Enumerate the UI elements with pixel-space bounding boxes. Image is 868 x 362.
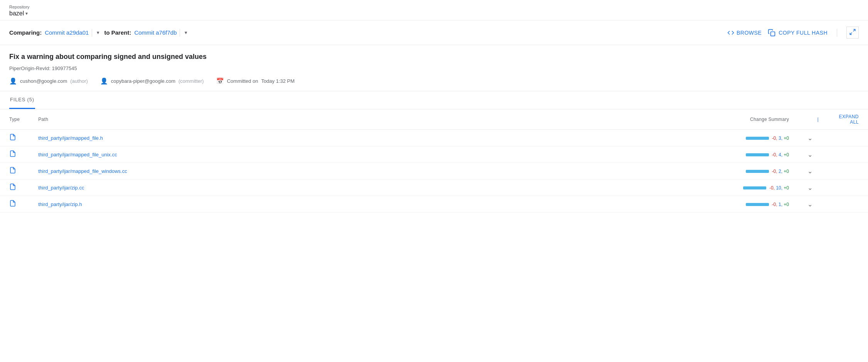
col-expand-all: | [798,109,822,130]
files-table: Type Path Change Summary | EXPAND ALL th… [0,109,868,213]
change-plus: +0 [784,169,789,174]
file-link[interactable]: third_party/ijar/mapped_file_unix.cc [38,152,117,158]
author-role: (author) [70,78,88,84]
expand-row-button[interactable]: ⌄ [807,184,812,191]
fullscreen-button[interactable] [846,27,859,39]
change-minus: -0, [769,185,775,191]
committed-meta: 📅 Committed on Today 1:32 PM [216,77,295,85]
file-type-cell [0,130,29,146]
commit-from-dropdown[interactable]: ▾ [95,29,101,36]
change-neutral: 2, [779,169,782,174]
col-expand-all-label[interactable]: EXPAND ALL [822,109,868,130]
file-path-cell: third_party/ijar/mapped_file.h [29,130,510,146]
change-plus: +0 [784,185,789,191]
expand-row-cell: ⌄ [798,130,822,146]
committer-meta: 👤 copybara-piper@google.com (committer) [100,77,204,85]
separator-1 [92,29,92,37]
committed-time: Today 1:32 PM [261,78,295,84]
file-type-cell [0,196,29,213]
file-icon [9,185,16,191]
tab-files[interactable]: FILES (5) [9,91,35,109]
change-nums: -0, 10, +0 [769,185,789,191]
change-nums: -0, 4, +0 [772,152,789,158]
repo-name: bazel [9,10,24,17]
copy-hash-button[interactable]: COPY FULL HASH [768,29,828,37]
file-type-cell [0,146,29,163]
file-link[interactable]: third_party/ijar/mapped_file_windows.cc [38,168,127,174]
col-path: Path [29,109,510,130]
copy-icon [768,29,775,37]
svg-line-1 [853,29,855,31]
file-icon [9,135,16,142]
file-path-cell: third_party/ijar/mapped_file_unix.cc [29,146,510,163]
author-meta: 👤 cushon@google.com (author) [9,77,88,85]
committer-email: copybara-piper@google.com [111,78,175,84]
commit-meta: 👤 cushon@google.com (author) 👤 copybara-… [9,77,859,85]
commit-title: Fix a warning about comparing signed and… [9,53,859,61]
commit-info: Fix a warning about comparing signed and… [0,45,868,91]
change-summary-cell: -0, 3, +0 [510,130,798,146]
files-tab: FILES (5) [0,91,868,109]
change-bar [746,170,769,173]
expand-row-button[interactable]: ⌄ [807,168,812,175]
committed-label: Committed on [227,78,258,84]
separator-2 [180,29,180,37]
comparing-label: Comparing: [9,29,42,36]
top-bar: Repository bazel ▾ [0,0,868,20]
svg-line-2 [850,33,852,35]
repo-dropdown-icon[interactable]: ▾ [25,11,28,16]
file-path-cell: third_party/ijar/zip.cc [29,179,510,196]
change-summary-cell: -0, 1, +0 [510,196,798,213]
file-link[interactable]: third_party/ijar/zip.h [38,201,82,207]
separator-3 [837,29,837,37]
commit-from-link[interactable]: Commit a29da01 [45,29,89,36]
browse-button[interactable]: BROWSE [727,29,762,36]
change-bar [746,153,769,156]
change-nums: -0, 1, +0 [772,202,789,207]
change-bar [743,186,766,189]
file-link[interactable]: third_party/ijar/zip.cc [38,185,84,191]
col-change-summary: Change Summary [510,109,798,130]
change-summary-cell: -0, 10, +0 [510,179,798,196]
file-icon [9,168,16,175]
file-link[interactable]: third_party/ijar/mapped_file.h [38,135,103,141]
change-bar [746,203,769,206]
right-actions: BROWSE COPY FULL HASH [727,27,859,39]
change-plus: +0 [784,202,789,207]
change-minus: -0, [772,136,777,141]
svg-rect-0 [771,32,775,36]
change-neutral: 4, [779,152,782,158]
expand-row-button[interactable]: ⌄ [807,151,812,158]
change-neutral: 3, [779,136,782,141]
change-minus: -0, [772,152,777,158]
expand-row-button[interactable]: ⌄ [807,201,812,208]
calendar-icon: 📅 [216,77,224,85]
repo-label: Repository [9,5,859,9]
table-header: Type Path Change Summary | EXPAND ALL [0,109,868,130]
table-row: third_party/ijar/zip.h -0, 1, +0 ⌄ [0,196,868,213]
table-row: third_party/ijar/mapped_file.h -0, 3, +0… [0,130,868,146]
expand-row-button[interactable]: ⌄ [807,134,812,142]
commit-to-link[interactable]: Commit a76f7db [134,29,177,36]
committer-role: (committer) [178,78,204,84]
comparing-bar: Comparing: Commit a29da01 ▾ to Parent: C… [0,20,868,45]
change-neutral: 10, [776,185,782,191]
file-path-cell: third_party/ijar/mapped_file_windows.cc [29,163,510,179]
change-minus: -0, [772,202,777,207]
change-nums: -0, 2, +0 [772,169,789,174]
expand-row-cell: ⌄ [798,146,822,163]
change-neutral: 1, [779,202,782,207]
col-type: Type [0,109,29,130]
to-parent-label: to Parent: [104,29,131,36]
browse-icon [727,29,734,36]
commit-to-dropdown[interactable]: ▾ [183,29,189,36]
file-icon [9,201,16,208]
file-type-cell [0,179,29,196]
files-section: FILES (5) Type Path Change Summary | EXP… [0,91,868,213]
change-plus: +0 [784,136,789,141]
table-row: third_party/ijar/mapped_file_windows.cc … [0,163,868,179]
fullscreen-icon [849,28,856,35]
file-type-cell [0,163,29,179]
change-bar [746,137,769,140]
commit-description: PiperOrigin-RevId: 190977545 [9,65,859,71]
